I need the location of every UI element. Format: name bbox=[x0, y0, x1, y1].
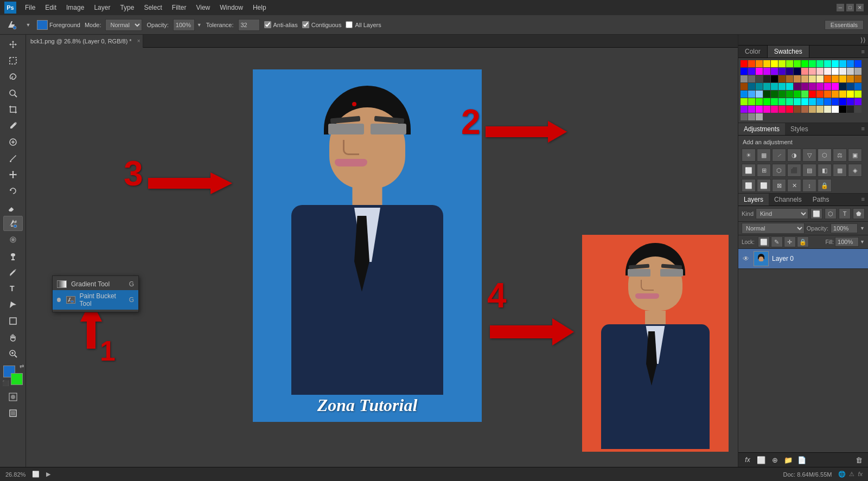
swatch-cell[interactable] bbox=[741, 68, 748, 75]
reset-colors-icon[interactable]: ⬛ bbox=[2, 380, 9, 386]
swatch-cell[interactable] bbox=[809, 83, 816, 90]
swatch-cell[interactable] bbox=[778, 91, 786, 98]
swatch-cell[interactable] bbox=[809, 98, 816, 105]
layers-options-button[interactable]: ≡ bbox=[858, 194, 868, 206]
status-globe-icon[interactable]: 🌐 bbox=[838, 471, 846, 478]
swatch-cell[interactable] bbox=[771, 75, 778, 82]
menu-type[interactable]: Type bbox=[116, 3, 138, 12]
swatch-cell[interactable] bbox=[801, 83, 808, 90]
swatch-cell[interactable] bbox=[816, 68, 824, 75]
swatch-cell[interactable] bbox=[839, 68, 846, 75]
opacity-input[interactable] bbox=[173, 19, 195, 31]
swatch-cell[interactable] bbox=[771, 83, 778, 90]
swatch-cell[interactable] bbox=[816, 91, 824, 98]
quick-mask-tool[interactable] bbox=[3, 389, 23, 405]
healing-brush-tool[interactable] bbox=[3, 134, 23, 150]
contiguous-checkbox[interactable] bbox=[302, 21, 309, 28]
swatch-cell[interactable] bbox=[771, 106, 778, 113]
menu-layer[interactable]: Layer bbox=[90, 3, 114, 12]
adj-icon-3-5[interactable]: ↕ bbox=[802, 179, 816, 192]
swatch-cell[interactable] bbox=[741, 83, 748, 90]
tolerance-input[interactable] bbox=[238, 19, 260, 31]
gradient-tool-option[interactable]: Gradient Tool G bbox=[53, 278, 138, 290]
eyedropper-tool[interactable] bbox=[3, 118, 23, 133]
swatch-cell[interactable] bbox=[771, 98, 778, 105]
swatch-cell[interactable] bbox=[748, 98, 755, 105]
swatch-cell[interactable] bbox=[786, 83, 793, 90]
foreground-color-swatch[interactable]: Foreground bbox=[37, 20, 80, 30]
swatch-cell[interactable] bbox=[847, 91, 854, 98]
swatch-cell[interactable] bbox=[794, 106, 801, 113]
tab-adjustments[interactable]: Adjustments bbox=[738, 123, 785, 135]
swatch-cell[interactable] bbox=[801, 106, 808, 113]
adj-hue[interactable]: ⬡ bbox=[818, 149, 832, 162]
layer-0-row[interactable]: 👁 Layer 0 bbox=[738, 249, 868, 269]
swatch-cell[interactable] bbox=[847, 106, 854, 113]
swatch-cell[interactable] bbox=[839, 98, 846, 105]
swatch-cell[interactable] bbox=[824, 106, 831, 113]
swatch-cell[interactable] bbox=[816, 83, 824, 90]
swatch-cell[interactable] bbox=[824, 91, 831, 98]
swatch-cell[interactable] bbox=[794, 91, 801, 98]
adj-posterize[interactable]: ▤ bbox=[802, 164, 816, 177]
swatch-cell[interactable] bbox=[854, 60, 861, 67]
swatch-cell[interactable] bbox=[832, 98, 839, 105]
swatch-cell[interactable] bbox=[809, 75, 816, 82]
swatch-cell[interactable] bbox=[839, 106, 846, 113]
swatch-cell[interactable] bbox=[786, 75, 793, 82]
filter-adj-btn[interactable]: ⬡ bbox=[825, 208, 837, 219]
mode-select[interactable]: Normal Multiply Screen bbox=[105, 19, 142, 31]
swatch-cell[interactable] bbox=[741, 75, 748, 82]
layer-visibility-icon[interactable]: 👁 bbox=[742, 254, 750, 263]
type-tool[interactable]: T bbox=[3, 281, 23, 296]
adj-photo-filter[interactable]: ⬜ bbox=[742, 164, 756, 177]
swatch-cell[interactable] bbox=[824, 60, 831, 67]
swatch-cell[interactable] bbox=[778, 98, 786, 105]
swatch-cell[interactable] bbox=[763, 91, 770, 98]
status-warning-icon[interactable]: ⚠ bbox=[849, 471, 854, 478]
swatch-cell[interactable] bbox=[748, 113, 755, 120]
swatch-cell[interactable] bbox=[801, 98, 808, 105]
move-tool[interactable] bbox=[3, 37, 23, 52]
blendmode-select[interactable]: Normal bbox=[742, 223, 805, 234]
adj-icon-3-6[interactable]: 🔒 bbox=[818, 179, 832, 192]
add-mask-button[interactable]: ⬜ bbox=[755, 455, 767, 465]
swatch-cell[interactable] bbox=[809, 60, 816, 67]
swatch-cell[interactable] bbox=[816, 106, 824, 113]
swatch-cell[interactable] bbox=[741, 113, 748, 120]
all-layers-group[interactable]: All Layers bbox=[346, 21, 381, 28]
swatch-cell[interactable] bbox=[847, 60, 854, 67]
document-tab[interactable]: bck1.png @ 26.8% (Layer 0, RGB/8) * × bbox=[26, 35, 143, 48]
adj-bw[interactable]: ▣ bbox=[848, 149, 862, 162]
filter-type-btn[interactable]: T bbox=[839, 208, 851, 219]
paint-bucket-tool-option[interactable]: Paint Bucket Tool G bbox=[53, 290, 138, 310]
fx-button[interactable]: fx bbox=[742, 455, 754, 465]
pen-tool[interactable] bbox=[3, 265, 23, 280]
antialias-group[interactable]: Anti-alias bbox=[264, 21, 298, 28]
eraser-tool[interactable] bbox=[3, 200, 23, 215]
swatch-cell[interactable] bbox=[854, 98, 861, 105]
swatch-cell[interactable] bbox=[801, 91, 808, 98]
swatch-cell[interactable] bbox=[832, 68, 839, 75]
swatch-cell[interactable] bbox=[832, 83, 839, 90]
layer-opacity-input[interactable] bbox=[831, 223, 858, 233]
adj-gradient-map[interactable]: ▦ bbox=[833, 164, 847, 177]
swatch-cell[interactable] bbox=[748, 60, 755, 67]
swatch-cell[interactable] bbox=[854, 75, 861, 82]
swatch-cell[interactable] bbox=[824, 68, 831, 75]
swatch-cell[interactable] bbox=[854, 106, 861, 113]
lock-transparent-btn[interactable]: ⬜ bbox=[758, 236, 770, 247]
marquee-tool[interactable] bbox=[3, 53, 23, 68]
swatch-cell[interactable] bbox=[786, 106, 793, 113]
swatch-cell[interactable] bbox=[847, 98, 854, 105]
lock-position-btn[interactable]: ✛ bbox=[784, 236, 796, 247]
swatch-cell[interactable] bbox=[786, 98, 793, 105]
menu-view[interactable]: View bbox=[192, 3, 214, 12]
fg-bg-colors[interactable]: ⇄ ⬛ bbox=[3, 365, 23, 385]
swatch-cell[interactable] bbox=[771, 91, 778, 98]
swatch-cell[interactable] bbox=[756, 98, 763, 105]
swatch-cell[interactable] bbox=[748, 91, 755, 98]
adj-icon-3-2[interactable]: ⬜ bbox=[757, 179, 771, 192]
dodge-tool[interactable] bbox=[3, 248, 23, 264]
swatch-cell[interactable] bbox=[771, 60, 778, 67]
